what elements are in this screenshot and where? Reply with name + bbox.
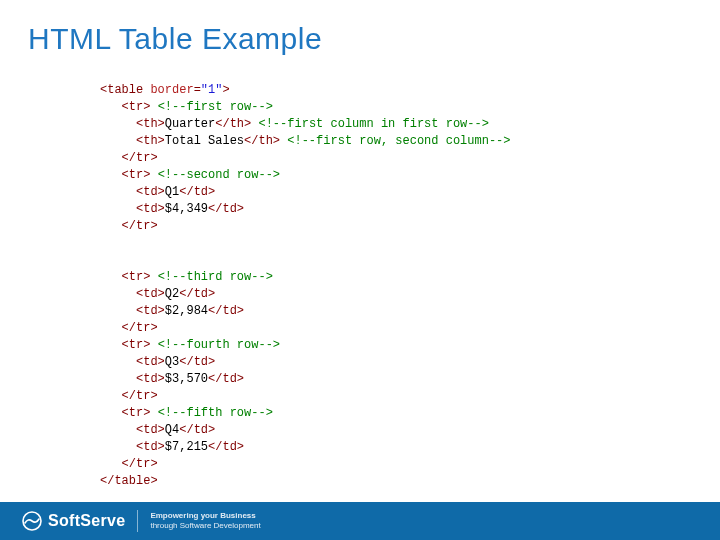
code-tag: </tr>	[122, 219, 158, 233]
code-tag: <td>	[136, 423, 165, 437]
code-eq: =	[194, 83, 201, 97]
code-tag: <td>	[136, 287, 165, 301]
code-tag: <td>	[136, 355, 165, 369]
code-tag: </td>	[179, 185, 215, 199]
code-tag: </table>	[100, 474, 158, 488]
page-title: HTML Table Example	[28, 22, 322, 56]
code-tag: >	[222, 83, 229, 97]
slide: HTML Table Example <table border="1"> <t…	[0, 0, 720, 540]
code-tag: <tr>	[122, 270, 151, 284]
code-tag: <td>	[136, 202, 165, 216]
code-tag: <td>	[136, 440, 165, 454]
code-tag: </td>	[208, 304, 244, 318]
code-attr: border	[150, 83, 193, 97]
footer-tagline: Empowering your Business through Softwar…	[150, 511, 260, 531]
tagline-line-1: Empowering your Business	[150, 511, 260, 521]
code-text: $2,984	[165, 304, 208, 318]
code-comment: <!--first row-->	[158, 100, 273, 114]
brand-name: SoftServe	[48, 512, 125, 530]
code-text: $7,215	[165, 440, 208, 454]
code-tag: <th>	[136, 134, 165, 148]
code-tag: </td>	[208, 440, 244, 454]
code-tag: </tr>	[122, 389, 158, 403]
code-text: $4,349	[165, 202, 208, 216]
code-comment: <!--first row, second column-->	[287, 134, 510, 148]
code-val: "1"	[201, 83, 223, 97]
code-tag: </td>	[208, 202, 244, 216]
code-comment: <!--third row-->	[158, 270, 273, 284]
code-text: Q2	[165, 287, 179, 301]
code-comment: <!--fourth row-->	[158, 338, 280, 352]
code-text: Quarter	[165, 117, 215, 131]
code-text: Total Sales	[165, 134, 244, 148]
softserve-logo-icon	[22, 511, 42, 531]
code-text: Q4	[165, 423, 179, 437]
code-text: $3,570	[165, 372, 208, 386]
code-tag: <th>	[136, 117, 165, 131]
code-tag: <td>	[136, 304, 165, 318]
code-tag: <tr>	[122, 338, 151, 352]
code-tag: <tr>	[122, 100, 151, 114]
code-comment: <!--first column in first row-->	[258, 117, 488, 131]
code-tag: </td>	[179, 355, 215, 369]
code-tag: </td>	[179, 287, 215, 301]
footer-divider	[137, 510, 138, 532]
code-comment: <!--fifth row-->	[158, 406, 273, 420]
code-tag: <td>	[136, 185, 165, 199]
code-tag: </th>	[244, 134, 280, 148]
code-tag: <td>	[136, 372, 165, 386]
code-tag: <table	[100, 83, 150, 97]
code-text: Q3	[165, 355, 179, 369]
code-tag: <tr>	[122, 406, 151, 420]
code-example: <table border="1"> <tr> <!--first row-->…	[100, 82, 511, 490]
code-comment: <!--second row-->	[158, 168, 280, 182]
code-tag: </td>	[179, 423, 215, 437]
code-tag: <tr>	[122, 168, 151, 182]
code-text: Q1	[165, 185, 179, 199]
code-tag: </tr>	[122, 321, 158, 335]
code-tag: </tr>	[122, 457, 158, 471]
code-tag: </th>	[215, 117, 251, 131]
code-tag: </tr>	[122, 151, 158, 165]
footer-bar: SoftServe Empowering your Business throu…	[0, 502, 720, 540]
tagline-line-2: through Software Development	[150, 521, 260, 531]
code-tag: </td>	[208, 372, 244, 386]
